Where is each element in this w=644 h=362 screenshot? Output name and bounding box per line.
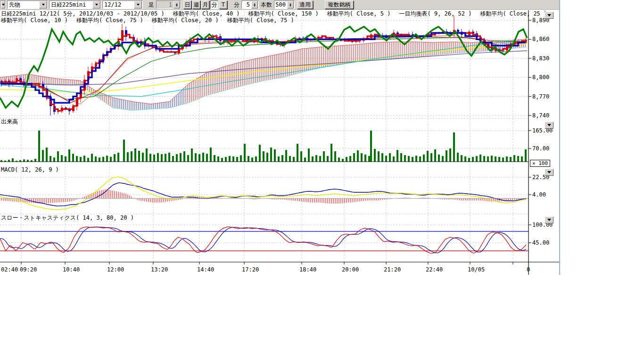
svg-text:17:20: 17:20 xyxy=(242,266,259,273)
chart-application-window: 先物 日経225mini 12/12 足 1 日 週 月 分 T 分 5 本数 xyxy=(0,0,560,279)
volume-unit-badge: × 100 xyxy=(530,160,550,167)
chevron-down-icon xyxy=(547,171,551,173)
svg-text:4.00: 4.00 xyxy=(532,191,546,198)
legend-item: 一目均衡表( 9, 26, 52 ) xyxy=(399,11,471,17)
legend-item: 移動平均( Close, 150 ) xyxy=(248,11,319,17)
svg-text:14:40: 14:40 xyxy=(197,266,214,273)
legend-item: 移動平均( Close, 5 ) xyxy=(327,11,391,17)
price-pane xyxy=(0,16,527,115)
chart-legend-line1: 日経225mini 12/12( 5分, 2012/10/03 - 2012/1… xyxy=(1,11,547,17)
svg-text:10:40: 10:40 xyxy=(63,266,80,273)
svg-text:09:20: 09:20 xyxy=(20,266,37,273)
window-right-border xyxy=(559,0,560,275)
svg-text:13:20: 13:20 xyxy=(151,266,168,273)
svg-text:20:00: 20:00 xyxy=(342,266,359,273)
svg-text:8,740: 8,740 xyxy=(532,112,549,119)
chart-canvas[interactable]: 8,8908,8608,8308,8008,7708,740165.0070.0… xyxy=(0,0,560,280)
legend-item: 移動平均( Close, 75 ) xyxy=(227,17,294,24)
legend-item: 移動平均( Close, 25 ) xyxy=(480,11,547,17)
macd-pane xyxy=(0,177,526,210)
svg-text:21:20: 21:20 xyxy=(384,266,401,273)
svg-text:8,770: 8,770 xyxy=(532,93,549,100)
chevron-down-icon xyxy=(547,124,551,126)
stoch-pane-label: スロー・ストキャスティクス( 14, 3, 80, 20 ) xyxy=(1,215,134,221)
legend-item: 移動平均( Close, 75 ) xyxy=(76,17,143,24)
stoch-pane-dropdown-button[interactable] xyxy=(545,216,553,223)
svg-text:02:40: 02:40 xyxy=(1,266,18,273)
svg-text:22:40: 22:40 xyxy=(426,266,443,273)
svg-text:70.00: 70.00 xyxy=(532,145,549,152)
svg-text:18:40: 18:40 xyxy=(299,266,316,273)
svg-text:8,830: 8,830 xyxy=(532,55,549,62)
volume-pane-label: 出来高 xyxy=(1,119,18,125)
chevron-down-icon xyxy=(547,219,551,221)
stoch-pane xyxy=(0,227,528,253)
volume-pane-dropdown-button[interactable] xyxy=(545,122,553,129)
svg-text:10/05: 10/05 xyxy=(468,266,485,273)
svg-text:0: 0 xyxy=(527,266,530,273)
price-pane-dropdown-button[interactable] xyxy=(545,12,553,19)
chart-legend-line2: 移動平均( Close, 10 )移動平均( Close, 75 )移動平均( … xyxy=(1,17,294,24)
svg-text:12:00: 12:00 xyxy=(107,266,124,273)
volume-pane xyxy=(0,131,527,162)
legend-item: 日経225mini 12/12( 5分, 2012/10/03 - 2012/1… xyxy=(1,11,165,17)
legend-item: 移動平均( Close, 40 ) xyxy=(173,11,240,17)
legend-item: 移動平均( Close, 20 ) xyxy=(152,17,219,24)
svg-text:8,800: 8,800 xyxy=(532,74,549,81)
svg-text:8,860: 8,860 xyxy=(532,36,549,42)
macd-pane-dropdown-button[interactable] xyxy=(545,169,553,176)
legend-item: 移動平均( Close, 10 ) xyxy=(1,17,68,24)
svg-text:45.00: 45.00 xyxy=(532,239,549,246)
chevron-down-icon xyxy=(547,14,551,16)
macd-pane-label: MACD( 12, 26, 9 ) xyxy=(1,167,59,173)
